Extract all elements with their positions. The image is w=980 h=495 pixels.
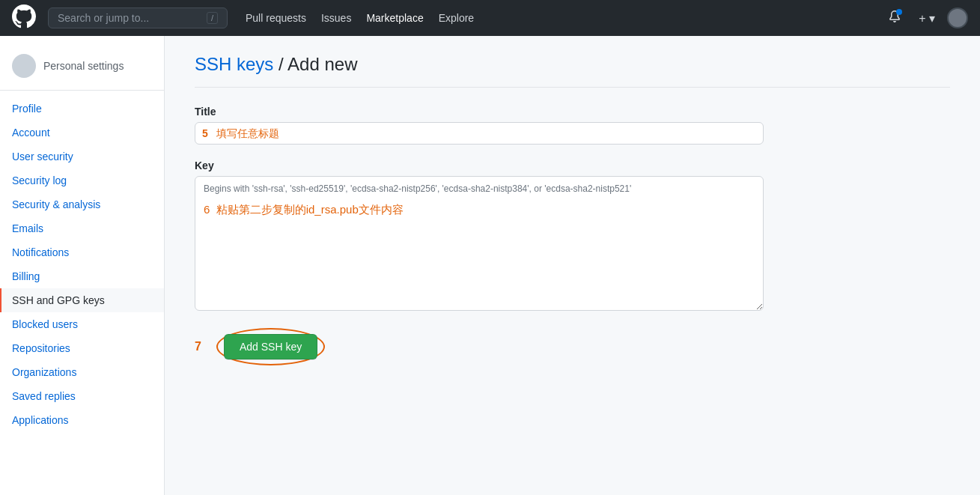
page-container: Personal settings Profile Account User s… <box>0 36 980 495</box>
main-content: SSH keys / Add new Title 5 Key Begins wi… <box>165 36 980 495</box>
page-title: SSH keys / Add new <box>195 54 950 75</box>
sidebar-item-organizations[interactable]: Organizations <box>0 360 164 384</box>
sidebar-item-emails[interactable]: Emails <box>0 216 164 240</box>
title-label: Title <box>195 106 764 118</box>
sidebar-item-saved-replies[interactable]: Saved replies <box>0 384 164 408</box>
key-textarea[interactable] <box>195 176 764 311</box>
key-label: Key <box>195 160 764 171</box>
page-title-suffix: Add new <box>287 54 357 74</box>
page-header: SSH keys / Add new <box>195 54 950 88</box>
sidebar-avatar <box>12 54 36 78</box>
nav-pull-requests[interactable]: Pull requests <box>240 7 312 28</box>
sidebar-item-applications[interactable]: Applications <box>0 408 164 432</box>
sidebar-item-profile[interactable]: Profile <box>0 97 164 121</box>
sidebar-item-user-security[interactable]: User security <box>0 145 164 168</box>
search-bar[interactable]: / <box>48 7 228 28</box>
notifications-button[interactable] <box>883 7 907 28</box>
title-input[interactable] <box>195 122 764 145</box>
sidebar-item-security-log[interactable]: Security log <box>0 168 164 192</box>
breadcrumb-separator: / <box>273 54 287 74</box>
sidebar-personal-settings-label: Personal settings <box>43 60 124 72</box>
search-input[interactable] <box>58 12 201 24</box>
sidebar-item-repositories[interactable]: Repositories <box>0 336 164 360</box>
add-ssh-key-form: Title 5 Key Begins with 'ssh-rsa', 'ssh-… <box>195 106 764 365</box>
sidebar-item-account[interactable]: Account <box>0 121 164 145</box>
nav-marketplace[interactable]: Marketplace <box>360 7 429 28</box>
submit-step-number: 7 <box>195 340 201 353</box>
navbar-right: + ▾ <box>883 7 968 28</box>
sidebar-item-ssh-gpg-keys[interactable]: SSH and GPG keys <box>0 288 164 312</box>
ssh-keys-breadcrumb-link[interactable]: SSH keys <box>195 54 273 74</box>
top-nav: Pull requests Issues Marketplace Explore <box>240 7 871 28</box>
title-form-group: Title 5 <box>195 106 764 145</box>
nav-explore[interactable]: Explore <box>433 7 480 28</box>
sidebar-header: Personal settings <box>0 48 164 91</box>
navbar: / Pull requests Issues Marketplace Explo… <box>0 0 980 36</box>
add-ssh-button-annotation-circle: Add SSH key <box>216 328 325 365</box>
nav-issues[interactable]: Issues <box>315 7 357 28</box>
search-slash-key: / <box>207 12 218 24</box>
notification-dot <box>896 9 902 15</box>
sidebar-item-blocked-users[interactable]: Blocked users <box>0 312 164 336</box>
key-textarea-container: Begins with 'ssh-rsa', 'ssh-ed25519', 'e… <box>195 176 764 313</box>
sidebar: Personal settings Profile Account User s… <box>0 36 165 495</box>
avatar[interactable] <box>947 7 968 28</box>
add-ssh-key-button[interactable]: Add SSH key <box>224 334 317 359</box>
key-form-group: Key Begins with 'ssh-rsa', 'ssh-ed25519'… <box>195 160 764 313</box>
sidebar-item-notifications[interactable]: Notifications <box>0 240 164 264</box>
submit-section: 7 Add SSH key <box>195 328 764 365</box>
sidebar-item-security-analysis[interactable]: Security & analysis <box>0 192 164 216</box>
plus-button[interactable]: + ▾ <box>913 8 941 28</box>
sidebar-item-billing[interactable]: Billing <box>0 264 164 288</box>
title-input-wrapper: 5 <box>195 122 764 145</box>
github-logo-icon[interactable] <box>12 4 36 31</box>
